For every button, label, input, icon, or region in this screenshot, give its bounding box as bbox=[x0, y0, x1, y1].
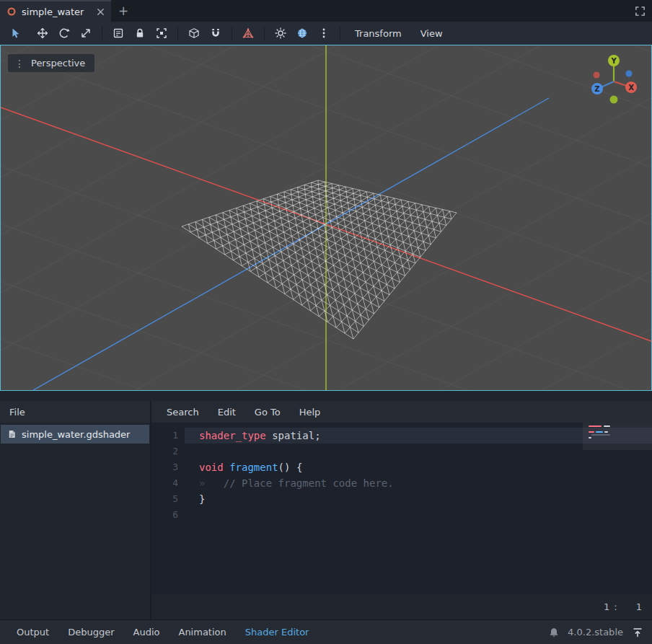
code-text: shader_type spatial; bbox=[185, 428, 321, 444]
code-text bbox=[185, 444, 199, 459]
preview-environment-icon[interactable] bbox=[291, 24, 313, 43]
scene-root-icon bbox=[6, 6, 17, 17]
toolbar-separator bbox=[264, 27, 265, 40]
code-line[interactable]: 4» // Place fragment code here. bbox=[151, 475, 652, 491]
gizmo-neg-y-ball bbox=[610, 96, 618, 104]
gizmo-z-label: Z bbox=[594, 85, 599, 93]
code-lines: 1shader_type spatial;23void fragment() {… bbox=[151, 428, 652, 523]
help-menu[interactable]: Help bbox=[290, 401, 330, 423]
code-text: » // Place fragment code here. bbox=[185, 475, 394, 491]
perspective-label: Perspective bbox=[31, 58, 85, 69]
bottom-dock-bar: Output Debugger Audio Animation Shader E… bbox=[0, 619, 652, 644]
code-line[interactable]: 5} bbox=[151, 491, 652, 507]
select-tool-icon[interactable] bbox=[4, 24, 26, 43]
lock-icon[interactable] bbox=[129, 24, 151, 43]
mesh-menu-icon[interactable] bbox=[237, 24, 259, 43]
transform-menu[interactable]: Transform bbox=[345, 24, 411, 43]
minimap-mark bbox=[604, 425, 610, 427]
rotate-tool-icon[interactable] bbox=[53, 24, 75, 43]
scene-tab[interactable]: simple_water bbox=[0, 0, 111, 22]
shader-file-icon bbox=[7, 429, 17, 439]
perspective-menu[interactable]: ⋮ Perspective bbox=[8, 54, 94, 72]
viewport-3d[interactable]: ⋮ Perspective Y X Z bbox=[0, 45, 652, 391]
statusbar-right: 4.0.2.stable bbox=[549, 627, 645, 638]
code-text: void fragment() { bbox=[185, 459, 302, 475]
shader-file-name: simple_water.gdshader bbox=[22, 429, 130, 440]
code-line[interactable]: 1shader_type spatial; bbox=[151, 428, 652, 444]
bottom-tab-debugger[interactable]: Debugger bbox=[58, 620, 123, 644]
code-editor[interactable]: 1shader_type spatial;23void fragment() {… bbox=[151, 423, 652, 594]
gizmo-neg-z-ball bbox=[626, 71, 633, 77]
line-number: 6 bbox=[151, 507, 185, 523]
goto-menu[interactable]: Go To bbox=[245, 401, 290, 423]
minimap-mark bbox=[591, 434, 610, 436]
group-icon[interactable] bbox=[151, 24, 172, 43]
minimap-mark bbox=[589, 425, 602, 427]
code-minimap[interactable] bbox=[583, 423, 652, 594]
toolbar-separator bbox=[177, 27, 178, 40]
caret-line: 1 bbox=[604, 601, 609, 612]
edit-menu[interactable]: Edit bbox=[208, 401, 245, 423]
close-tab-icon[interactable] bbox=[97, 8, 105, 16]
line-number: 1 bbox=[151, 428, 185, 444]
bottom-tab-output[interactable]: Output bbox=[7, 620, 58, 644]
shader-editor-panel: File Search Edit Go To Help simple_water… bbox=[0, 401, 652, 619]
line-number: 5 bbox=[151, 491, 185, 507]
file-menu[interactable]: File bbox=[0, 401, 35, 423]
engine-version[interactable]: 4.0.2.stable bbox=[568, 627, 623, 638]
scene-tab-bar: simple_water + bbox=[0, 0, 652, 22]
scale-tool-icon[interactable] bbox=[75, 24, 97, 43]
bottom-tab-audio[interactable]: Audio bbox=[124, 620, 169, 644]
search-menu[interactable]: Search bbox=[157, 401, 208, 423]
shader-file-list: simple_water.gdshader bbox=[0, 423, 151, 619]
shader-file-item[interactable]: simple_water.gdshader bbox=[1, 425, 149, 444]
gizmo-neg-x-ball bbox=[594, 72, 600, 79]
gizmo-y-label: Y bbox=[610, 57, 617, 65]
code-text: } bbox=[185, 491, 205, 507]
local-space-icon[interactable] bbox=[183, 24, 205, 43]
panel-resize-handle[interactable] bbox=[0, 391, 652, 401]
code-line[interactable]: 2 bbox=[151, 444, 652, 459]
shader-editor-header: File Search Edit Go To Help bbox=[0, 401, 652, 423]
new-scene-tab-button[interactable]: + bbox=[111, 0, 136, 22]
toolbar-separator bbox=[102, 27, 102, 40]
perspective-dots-icon: ⋮ bbox=[14, 58, 25, 69]
spatial-toolbar: Transform View bbox=[0, 22, 652, 45]
minimap-mark bbox=[589, 437, 591, 438]
line-number: 3 bbox=[151, 459, 185, 475]
toolbar-separator bbox=[340, 27, 340, 40]
godot-editor-window: simple_water + bbox=[0, 0, 652, 644]
tabbar-spacer bbox=[136, 0, 627, 22]
editor-menus: Search Edit Go To Help bbox=[151, 401, 652, 423]
view-menu[interactable]: View bbox=[411, 24, 452, 43]
code-editor-column: 1shader_type spatial;23void fragment() {… bbox=[151, 423, 652, 619]
selection-list-icon[interactable] bbox=[107, 24, 129, 43]
expand-bottom-panel-icon[interactable] bbox=[632, 627, 643, 638]
file-panel-header: File bbox=[0, 401, 151, 423]
gizmo-x-label: X bbox=[628, 84, 634, 92]
line-number: 2 bbox=[151, 444, 185, 459]
move-tool-icon[interactable] bbox=[32, 24, 53, 43]
caret-column: 1 bbox=[636, 601, 642, 612]
snap-icon[interactable] bbox=[205, 24, 226, 43]
minimap-mark bbox=[604, 431, 608, 433]
minimap-mark bbox=[589, 431, 594, 433]
distraction-free-icon[interactable] bbox=[627, 0, 652, 22]
code-line[interactable]: 6 bbox=[151, 507, 652, 523]
code-text bbox=[185, 507, 199, 523]
caret-position: 1 : 1 bbox=[151, 594, 652, 619]
view-axes-gizmo[interactable]: Y X Z bbox=[585, 51, 643, 107]
toolbar-separator bbox=[232, 27, 232, 40]
preview-sunlight-icon[interactable] bbox=[270, 24, 291, 43]
notifications-bell-icon[interactable] bbox=[549, 627, 559, 638]
viewport-canvas[interactable] bbox=[1, 45, 651, 390]
scene-tab-title: simple_water bbox=[22, 6, 92, 17]
bottom-tab-shader-editor[interactable]: Shader Editor bbox=[236, 620, 319, 644]
caret-separator: : bbox=[614, 601, 617, 612]
minimap-mark bbox=[596, 431, 603, 433]
shader-editor-body: simple_water.gdshader 1shader_type spati… bbox=[0, 423, 652, 619]
extra-options-dots-icon[interactable] bbox=[313, 24, 335, 43]
line-number: 4 bbox=[151, 475, 185, 491]
code-line[interactable]: 3void fragment() { bbox=[151, 459, 652, 475]
bottom-tab-animation[interactable]: Animation bbox=[169, 620, 235, 644]
